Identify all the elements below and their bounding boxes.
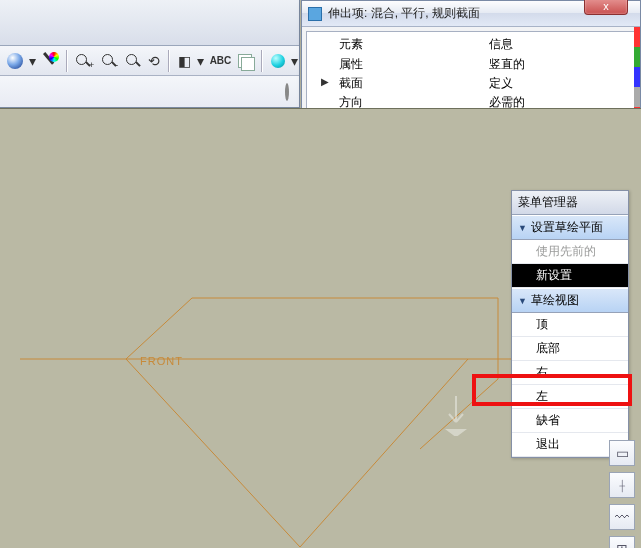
sketch-curve-tool[interactable]: 〰 <box>609 504 635 530</box>
row-info: 定义 <box>489 75 513 92</box>
toolbar-row-1 <box>0 0 299 46</box>
layers-tool[interactable] <box>235 49 255 73</box>
menu-item-right[interactable]: 右 <box>512 361 628 385</box>
separator <box>168 50 170 72</box>
separator <box>261 50 263 72</box>
menu-item-default[interactable]: 缺省 <box>512 409 628 433</box>
menu-manager-panel: 菜单管理器 ▼设置草绘平面 使用先前的 新设置 ▼草绘视图 顶 底部 右 左 缺… <box>511 190 629 458</box>
menu-item-left[interactable]: 左 <box>512 385 628 409</box>
redraw-tool[interactable]: ⟲ <box>145 49 162 73</box>
main-toolbar-area: ▾ + - ⟲ ◧ ▾ ABC ▾ <box>0 0 300 108</box>
layers-icon <box>236 52 254 70</box>
sub-toolbar <box>0 76 299 107</box>
color-picker-tool[interactable] <box>40 49 60 73</box>
row-info: 竖直的 <box>489 56 525 73</box>
datum-axis-tool[interactable]: ⟊ <box>609 472 635 498</box>
section-label: 草绘视图 <box>531 292 579 309</box>
zoom-out-tool[interactable]: - <box>100 49 121 73</box>
row-elem: 属性 <box>339 56 489 73</box>
separator <box>66 50 68 72</box>
section-label: 设置草绘平面 <box>531 219 603 236</box>
toolbar-row-2: ▾ + - ⟲ ◧ ▾ ABC ▾ <box>0 46 299 76</box>
list-header: 元素 信息 <box>307 34 635 55</box>
menu-item-top[interactable]: 顶 <box>512 313 628 337</box>
svg-line-3 <box>126 359 300 547</box>
anchor-icon <box>285 83 289 101</box>
header-info: 信息 <box>489 36 513 53</box>
coord-sys-tool[interactable]: ⊞ <box>609 536 635 548</box>
menu-item-new-setup[interactable]: 新设置 <box>512 264 628 288</box>
sphere-icon <box>7 53 23 69</box>
eyedropper-icon <box>41 52 59 70</box>
svg-line-5 <box>126 298 192 359</box>
cyan-sphere-icon <box>271 54 285 68</box>
zoom-in-tool[interactable]: + <box>74 49 97 73</box>
right-tool-strip: ▭ ⟊ 〰 ⊞ <box>609 440 639 548</box>
window-sys-icon <box>308 7 322 21</box>
row-caret-icon: ▶ <box>321 76 329 87</box>
display-style-dropdown[interactable]: ▾ <box>289 49 299 73</box>
orient-dropdown[interactable]: ▾ <box>196 49 206 73</box>
datum-plane-tool[interactable]: ▭ <box>609 440 635 466</box>
appearance-dropdown[interactable]: ▾ <box>27 49 37 73</box>
collapse-icon: ▼ <box>518 223 527 233</box>
section-set-sketch-plane[interactable]: ▼设置草绘平面 <box>512 215 628 240</box>
section-sketch-view[interactable]: ▼草绘视图 <box>512 288 628 313</box>
annotation-tool[interactable]: ABC <box>209 49 233 73</box>
collapse-icon: ▼ <box>518 296 527 306</box>
window-close-button[interactable]: x <box>584 0 628 15</box>
menu-manager-title: 菜单管理器 <box>512 191 628 215</box>
direction-arrow-icon <box>445 394 467 436</box>
svg-line-4 <box>300 359 468 547</box>
magnifier-icon <box>125 53 141 69</box>
datum-plane-label-front: FRONT <box>140 355 183 367</box>
orient-tool[interactable]: ◧ <box>176 49 193 73</box>
list-row[interactable]: ▶ 截面 定义 <box>307 74 635 93</box>
anchor-indicator <box>285 85 289 99</box>
list-row[interactable]: 属性 竖直的 <box>307 55 635 74</box>
row-elem: 截面 <box>339 75 489 92</box>
menu-item-use-previous: 使用先前的 <box>512 240 628 264</box>
menu-item-bottom[interactable]: 底部 <box>512 337 628 361</box>
zoom-fit-tool[interactable] <box>124 49 142 73</box>
dialog-title: 伸出项: 混合, 平行, 规则截面 <box>328 5 480 22</box>
display-style-tool[interactable] <box>269 49 286 73</box>
appearance-tool[interactable] <box>6 49 24 73</box>
header-element: 元素 <box>339 36 489 53</box>
